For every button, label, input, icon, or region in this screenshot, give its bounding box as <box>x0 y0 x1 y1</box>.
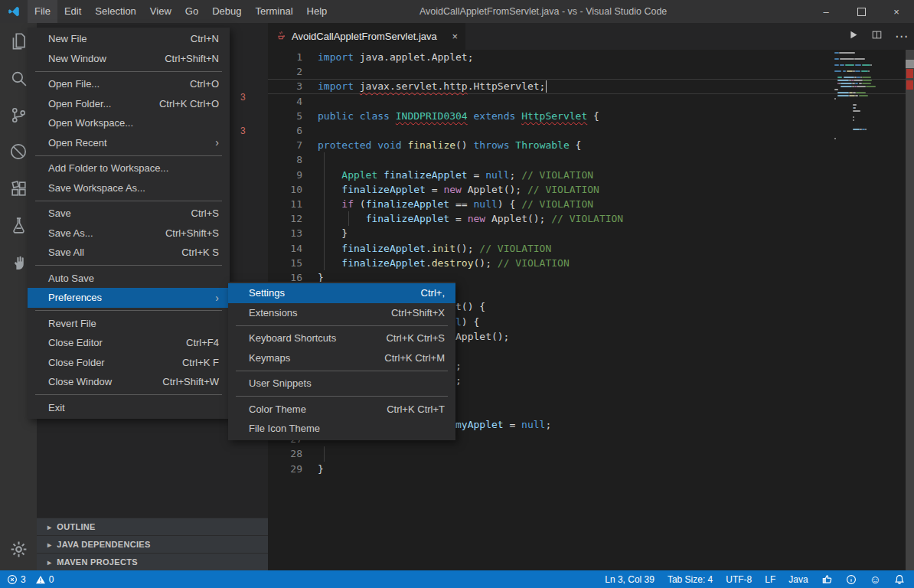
status-eol-text: LF <box>765 574 775 585</box>
minimap-line <box>843 70 846 72</box>
file-menu-item-save-all[interactable]: Save AllCtrl+K S <box>28 243 230 263</box>
more-actions-button[interactable]: ⋯ <box>895 28 908 44</box>
vscode-logo-icon <box>0 0 28 23</box>
line-number: 9 <box>268 168 302 182</box>
preferences-item-settings[interactable]: SettingsCtrl+, <box>228 283 455 303</box>
chevron-right-icon: ▸ <box>47 558 51 567</box>
menu-item-label: Auto Save <box>48 273 94 284</box>
file-menu-item-preferences[interactable]: Preferences› <box>28 288 230 308</box>
file-menu-item-save[interactable]: SaveCtrl+S <box>28 204 230 224</box>
status-smiley-feedback[interactable]: ☺ <box>870 573 881 585</box>
preferences-item-user-snippets[interactable]: User Snippets <box>228 374 455 394</box>
file-menu-item-open-file[interactable]: Open File...Ctrl+O <box>28 74 230 94</box>
code-text: Applet finalizeApplet = null; // VIOLATI… <box>318 168 593 182</box>
status-cursor-position[interactable]: Ln 3, Col 39 <box>605 574 654 585</box>
menubar-item-terminal[interactable]: Terminal <box>248 0 299 23</box>
file-menu-item-save-as[interactable]: Save As...Ctrl+Shift+S <box>28 224 230 243</box>
file-menu-item-close-editor[interactable]: Close EditorCtrl+F4 <box>28 333 230 353</box>
preferences-item-keymaps[interactable]: KeymapsCtrl+K Ctrl+M <box>228 348 455 368</box>
code-line-6[interactable]: 6 <box>268 123 914 138</box>
menubar-item-debug[interactable]: Debug <box>205 0 248 23</box>
close-button[interactable]: × <box>879 0 914 23</box>
sidebar-section-outline[interactable]: ▸OUTLINE <box>37 518 268 535</box>
code-line-4[interactable]: 4 <box>268 94 914 109</box>
tab-avoidcallappletfromservlet[interactable]: AvoidCallAppletFromServlet.java × <box>268 23 465 50</box>
file-menu-item-close-folder[interactable]: Close FolderCtrl+K F <box>28 353 230 373</box>
status-info[interactable] <box>846 574 857 585</box>
status-feedback[interactable] <box>821 573 833 585</box>
file-menu-item-add-folder-to-workspace[interactable]: Add Folder to Workspace... <box>28 158 230 178</box>
code-line-11[interactable]: 11 if (finalizeApplet == null) { // VIOL… <box>268 197 914 211</box>
code-line-14[interactable]: 14 finalizeApplet.init(); // VIOLATION <box>268 241 914 256</box>
problems-count-badge: 3 <box>240 92 246 103</box>
code-line-29[interactable]: 29} <box>268 462 914 476</box>
file-menu-item-save-workspace-as[interactable]: Save Workspace As... <box>28 178 230 198</box>
sidebar-section-label: JAVA DEPENDENCIES <box>57 540 150 549</box>
code-line-3[interactable]: 3import javax.servlet.http.HttpServlet; <box>268 79 914 93</box>
code-line-5[interactable]: 5public class INDDPRID0304 extends HttpS… <box>268 109 914 123</box>
warning-icon <box>35 574 46 585</box>
file-menu-item-revert-file[interactable]: Revert File <box>28 314 230 334</box>
code-line-10[interactable]: 10 finalizeApplet = new Applet(); // VIO… <box>268 182 914 197</box>
line-number: 29 <box>268 462 302 476</box>
split-editor-button[interactable] <box>871 29 883 44</box>
preferences-item-extensions[interactable]: ExtensionsCtrl+Shift+X <box>228 303 455 323</box>
preferences-item-keyboard-shortcuts[interactable]: Keyboard ShortcutsCtrl+K Ctrl+S <box>228 328 455 348</box>
line-number: 2 <box>268 64 302 79</box>
menu-item-label: New Window <box>48 53 106 64</box>
code-text: finalizeApplet = new Applet(); // VIOLAT… <box>318 182 599 197</box>
file-menu-item-auto-save[interactable]: Auto Save <box>28 269 230 289</box>
status-notifications[interactable] <box>894 574 905 585</box>
tab-close-icon[interactable]: × <box>452 31 458 42</box>
status-tab-size[interactable]: Tab Size: 4 <box>668 574 713 585</box>
maximize-button[interactable] <box>844 0 879 23</box>
code-line-2[interactable]: 2 <box>268 64 914 79</box>
editor-actions: ⋯ <box>847 23 908 50</box>
sidebar-section-java-dependencies[interactable]: ▸JAVA DEPENDENCIES <box>37 535 268 553</box>
menubar-item-help[interactable]: Help <box>300 0 335 23</box>
sidebar-section-maven-projects[interactable]: ▸MAVEN PROJECTS <box>37 553 268 570</box>
file-menu-item-close-window[interactable]: Close WindowCtrl+Shift+W <box>28 372 230 392</box>
code-line-28[interactable]: 28 <box>268 446 914 461</box>
status-eol[interactable]: LF <box>765 574 775 585</box>
minimap-line <box>861 70 868 72</box>
code-line-13[interactable]: 13 } <box>268 226 914 240</box>
preferences-item-file-icon-theme[interactable]: File Icon Theme <box>228 419 455 439</box>
code-line-12[interactable]: 12 finalizeApplet = new Applet(); // VIO… <box>268 211 914 226</box>
overview-error-mark <box>906 69 913 78</box>
menubar-item-view[interactable]: View <box>143 0 178 23</box>
menubar-item-edit[interactable]: Edit <box>57 0 88 23</box>
minimap-line <box>853 129 859 130</box>
scrollbar-track[interactable] <box>906 50 914 570</box>
status-errors[interactable]: 3 <box>7 574 26 585</box>
minimize-button[interactable]: – <box>808 0 844 23</box>
menu-item-label: Keymaps <box>249 352 290 364</box>
file-menu-item-open-recent[interactable]: Open Recent› <box>28 133 230 153</box>
sidebar-section-label: MAVEN PROJECTS <box>57 557 137 567</box>
status-encoding[interactable]: UTF-8 <box>726 574 752 585</box>
scrollbar-slider[interactable] <box>906 60 914 68</box>
minimap-line <box>854 58 865 60</box>
file-menu-item-open-workspace[interactable]: Open Workspace... <box>28 113 230 133</box>
menu-item-shortcut: Ctrl+Shift+S <box>142 227 219 239</box>
minimap[interactable] <box>834 50 893 570</box>
run-button[interactable] <box>847 29 859 44</box>
menubar-item-selection[interactable]: Selection <box>88 0 142 23</box>
code-line-8[interactable]: 8 <box>268 152 914 167</box>
menubar-item-go[interactable]: Go <box>178 0 205 23</box>
menubar-item-file[interactable]: File <box>28 0 57 23</box>
code-line-7[interactable]: 7protected void finalize() throws Throwa… <box>268 138 914 152</box>
status-warnings[interactable]: 0 <box>35 574 54 585</box>
file-menu-item-exit[interactable]: Exit <box>28 398 230 418</box>
file-menu-item-new-window[interactable]: New WindowCtrl+Shift+N <box>28 49 230 69</box>
code-line-1[interactable]: 1import java.applet.Applet; <box>268 50 914 64</box>
settings-gear-icon[interactable] <box>0 531 37 567</box>
status-language-mode[interactable]: Java <box>788 574 808 585</box>
preferences-item-color-theme[interactable]: Color ThemeCtrl+K Ctrl+T <box>228 400 455 420</box>
code-line-9[interactable]: 9 Applet finalizeApplet = null; // VIOLA… <box>268 168 914 182</box>
minimap-line <box>837 77 842 78</box>
file-menu-item-open-folder[interactable]: Open Folder...Ctrl+K Ctrl+O <box>28 94 230 114</box>
minimap-line <box>854 107 856 109</box>
file-menu-item-new-file[interactable]: New FileCtrl+N <box>28 29 230 49</box>
code-line-15[interactable]: 15 finalizeApplet.destroy(); // VIOLATIO… <box>268 256 914 270</box>
